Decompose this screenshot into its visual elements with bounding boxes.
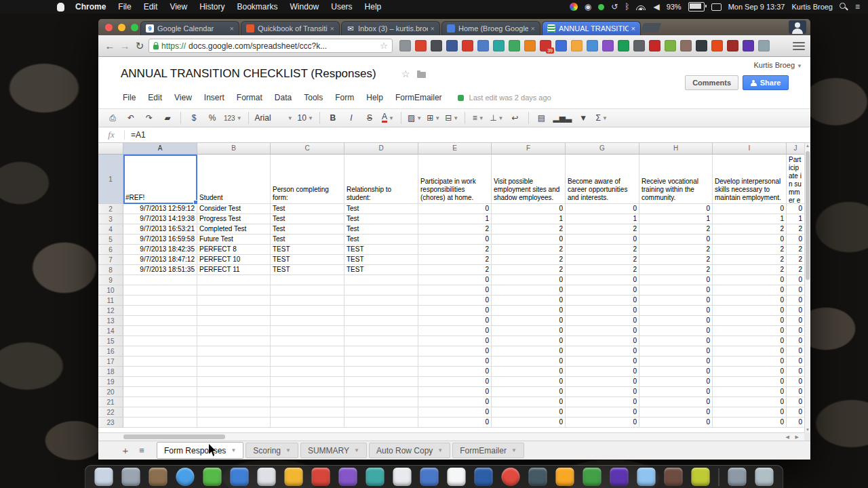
cell[interactable]: Visit possible employment sites and shad… [492,155,566,204]
merge-cells-button[interactable]: ⊟▼ [443,110,460,125]
cell[interactable]: 0 [566,204,639,214]
cell[interactable] [197,357,271,367]
cell[interactable]: 0 [492,296,566,306]
menu-history[interactable]: History [199,2,224,12]
tab-close-icon[interactable]: × [230,24,234,33]
dock-icon[interactable] [149,468,167,486]
cell[interactable] [123,387,197,397]
cell[interactable]: 2 [713,224,787,235]
paint-format-button[interactable]: ▰ [159,110,176,125]
cell[interactable]: 0 [639,418,713,428]
cell[interactable]: 9/7/2013 16:53:21 [123,224,197,235]
cell[interactable]: 0 [787,296,805,306]
cell[interactable]: 0 [713,377,787,387]
extension-icon[interactable] [477,40,489,52]
cell[interactable]: 0 [418,306,492,316]
cell[interactable] [271,377,344,387]
cell[interactable] [271,306,344,316]
cell[interactable]: 0 [787,367,805,377]
tab-close-icon[interactable]: × [431,24,435,33]
row-number[interactable]: 22 [98,407,123,418]
vertical-scroll-thumb[interactable] [806,151,810,280]
cell[interactable]: 0 [713,275,787,285]
formula-input[interactable]: =A1 [125,130,146,140]
menu-bookmarks[interactable]: Bookmarks [237,2,278,12]
wifi-icon[interactable] [636,3,646,10]
dock-icon[interactable] [312,468,330,486]
cell[interactable]: 0 [713,336,787,346]
cell[interactable]: TEST [271,265,344,275]
browser-tab-home-broeg-google-doc[interactable]: Home (Broeg Google Doc× [441,21,540,35]
close-window-button[interactable] [105,24,113,31]
back-button[interactable]: ← [104,40,116,52]
cell[interactable]: 0 [639,326,713,336]
cell[interactable]: 9/7/2013 18:51:35 [123,265,197,275]
browser-tab-quickbook-of-transition[interactable]: Quickbook of Transition× [241,21,340,35]
fill-color-button[interactable]: ▨▼ [406,110,424,125]
horizontal-align-button[interactable]: ≡▼ [469,110,487,125]
sheet-tab-scoring[interactable]: Scoring▼ [245,443,298,458]
cell[interactable] [271,285,344,296]
cell[interactable] [123,418,197,428]
cell[interactable]: 0 [566,326,639,336]
account-menu[interactable]: Kurtis Broeg ▼ [753,61,802,69]
scroll-left-icon[interactable]: ◀ [786,433,789,441]
cell[interactable]: 0 [639,407,713,418]
cell[interactable]: 0 [566,346,639,357]
cell[interactable] [197,285,271,296]
cell[interactable]: 2 [787,255,805,265]
cell[interactable] [123,397,197,407]
extension-icon[interactable] [431,40,442,52]
cell[interactable]: 0 [418,235,492,245]
row-number[interactable]: 14 [98,326,123,336]
cell[interactable]: 0 [639,285,713,296]
row-number[interactable]: 7 [98,255,123,265]
filter-button[interactable]: ▼ [574,110,592,125]
cell[interactable] [197,367,271,377]
cell[interactable] [344,316,418,326]
extension-icon[interactable] [415,40,427,52]
cell[interactable]: 0 [566,407,639,418]
menu-help[interactable]: Help [365,2,382,12]
volume-icon[interactable]: ◀ [653,3,659,11]
cell[interactable]: PERFECT 8 [197,245,271,255]
cell[interactable]: Participate in summer employment. [787,155,805,204]
row-number[interactable]: 1 [98,155,123,204]
italic-button[interactable]: I [342,110,360,125]
wrap-text-button[interactable]: ↩ [507,110,524,125]
cell[interactable]: 0 [566,316,639,326]
cell[interactable]: 0 [639,275,713,285]
cell[interactable] [197,296,271,306]
menu-users[interactable]: Users [331,2,352,12]
column-header-g[interactable]: G [566,143,639,155]
column-header-i[interactable]: I [713,143,787,155]
horizontal-scrollbar[interactable]: ◀ ▶ [98,432,804,441]
menu-user[interactable]: Kurtis Broeg [791,3,833,11]
extension-icon[interactable] [493,40,505,52]
cell[interactable]: 0 [418,387,492,397]
menu-clock[interactable]: Mon Sep 9 13:37 [728,3,785,11]
cell[interactable]: 0 [566,357,639,367]
column-header-a[interactable]: A [123,143,197,155]
cell[interactable] [197,407,271,418]
apple-menu-icon[interactable] [57,3,64,12]
cell[interactable]: Consider Test [197,204,271,214]
menu-file[interactable]: File [118,2,131,12]
cell[interactable]: Test [271,224,344,235]
cell[interactable]: 2 [787,224,805,235]
cell[interactable]: 0 [418,316,492,326]
cell[interactable]: Receive vocational training within the c… [639,155,713,204]
sheets-menu-tools[interactable]: Tools [298,93,329,102]
cell[interactable]: 2 [492,265,566,275]
row-number[interactable]: 20 [98,387,123,397]
cell[interactable] [123,296,197,306]
cell[interactable]: 0 [492,316,566,326]
cell[interactable] [123,407,197,418]
cell[interactable]: TEST [344,265,418,275]
cell[interactable]: 2 [492,245,566,255]
cell[interactable]: 0 [639,204,713,214]
sheet-tab-menu-icon[interactable]: ▼ [437,447,443,453]
cell[interactable]: 0 [418,346,492,357]
cell[interactable] [271,326,344,336]
cell[interactable]: 0 [639,397,713,407]
